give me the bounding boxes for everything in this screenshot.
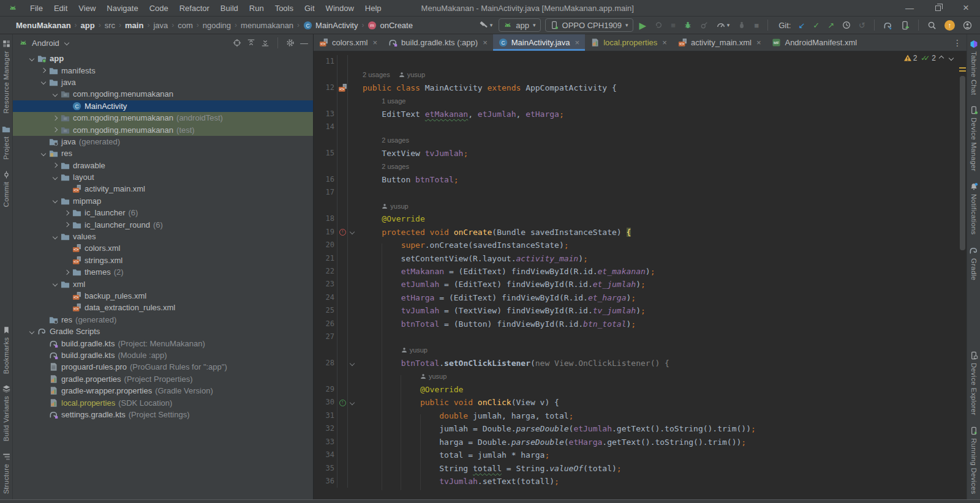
tree-item-com-ngoding-menumakanan[interactable]: com.ngoding.menumakanan(androidTest) xyxy=(13,112,313,124)
tree-item-res[interactable]: res(generated) xyxy=(13,314,313,326)
tree-item-settings-gradle-kts[interactable]: settings.gradle.kts(Project Settings) xyxy=(13,409,313,420)
breadcrumb-item-java[interactable]: java xyxy=(151,20,170,31)
tree-item-xml[interactable]: xml xyxy=(13,278,313,289)
apply-changes-button[interactable]: ≡ xyxy=(669,20,677,31)
git-history-button[interactable] xyxy=(840,20,853,31)
tree-item-ic-launcher[interactable]: ic_launcher(6) xyxy=(13,207,313,218)
tool-window-button-build-variants[interactable]: Build Variants xyxy=(0,379,12,447)
tree-item-manifests[interactable]: manifests xyxy=(13,64,313,76)
git-commit-button[interactable]: ✓ xyxy=(811,20,821,31)
chevron-down-icon[interactable] xyxy=(50,176,60,179)
tool-window-button-gradle[interactable]: Gradle xyxy=(967,240,980,286)
expand-all-button[interactable] xyxy=(247,39,255,47)
usages-hint[interactable]: 1 usage xyxy=(382,97,405,105)
tree-item-res[interactable]: res xyxy=(13,147,313,159)
profile-disabled-button[interactable] xyxy=(736,20,748,31)
tab-options-button[interactable]: ⋮ xyxy=(948,34,967,51)
tree-item-data-extraction-rules-xml[interactable]: <>data_extraction_rules.xml xyxy=(13,302,313,313)
tree-item-com-ngoding-menumakanan[interactable]: com.ngoding.menumakanan xyxy=(13,88,313,100)
breadcrumb-item-main[interactable]: main xyxy=(123,20,146,31)
locate-file-button[interactable] xyxy=(233,39,241,47)
tree-item-gradle-properties[interactable]: gradle.properties(Project Properties) xyxy=(13,373,313,385)
attach-debugger-button[interactable] xyxy=(698,20,710,31)
chevron-down-icon[interactable] xyxy=(50,282,60,286)
profiler-button[interactable]: ▾ xyxy=(715,20,732,31)
tree-item-activity-main-xml[interactable]: <>activity_main.xml xyxy=(13,183,313,195)
breadcrumb-item-com[interactable]: com xyxy=(175,20,195,31)
device-manager-button[interactable] xyxy=(899,20,911,31)
git-push-button[interactable]: ↗ xyxy=(826,20,836,31)
author-hint[interactable]: yusup xyxy=(420,373,447,380)
close-tab-icon[interactable]: × xyxy=(662,38,667,47)
tab-androidmanifest-xml[interactable]: MFAndroidManifest.xml xyxy=(766,34,862,51)
chevron-down-icon[interactable] xyxy=(50,235,60,239)
menu-refactor[interactable]: Refactor xyxy=(174,0,215,17)
code-editor[interactable]: 112 usagesyusup12<>public class MainActi… xyxy=(314,51,967,499)
fold-region-icon[interactable] xyxy=(350,400,355,405)
menu-file[interactable]: File xyxy=(24,0,48,17)
chevron-down-icon[interactable] xyxy=(38,80,48,84)
inlay-hint[interactable]: 2 usagesyusup xyxy=(356,71,425,78)
chevron-right-icon[interactable] xyxy=(50,128,60,132)
chevron-right-icon[interactable] xyxy=(61,211,72,215)
tree-item-local-properties[interactable]: local.properties(SDK Location) xyxy=(13,397,313,408)
tree-item-mipmap[interactable]: mipmap xyxy=(13,195,313,207)
menu-build[interactable]: Build xyxy=(215,0,244,17)
profile-avatar-button[interactable] xyxy=(961,20,974,31)
inlay-hint[interactable]: 2 usages xyxy=(375,136,409,144)
inlay-hint[interactable]: 2 usages xyxy=(375,163,409,170)
menu-navigate[interactable]: Navigate xyxy=(101,0,143,17)
collapse-all-button[interactable] xyxy=(261,39,270,47)
tree-item-mainactivity[interactable]: CMainActivity xyxy=(13,100,313,112)
device-select[interactable]: OPPO CPH1909 ▾ xyxy=(545,18,633,32)
fold-region-icon[interactable] xyxy=(350,229,355,234)
tool-window-button-notifications[interactable]: Notifications xyxy=(967,177,980,240)
tree-item-themes[interactable]: themes(2) xyxy=(13,266,313,278)
minimize-button[interactable]: — xyxy=(895,0,924,17)
chevron-right-icon[interactable] xyxy=(61,223,72,226)
tree-item-strings-xml[interactable]: <>strings.xml xyxy=(13,255,313,266)
project-view-select[interactable]: Android xyxy=(19,39,69,48)
author-hint[interactable]: yusup xyxy=(382,203,408,210)
chevron-right-icon[interactable] xyxy=(50,116,60,120)
upgrade-button[interactable]: ↑ xyxy=(943,19,957,32)
overriding-method-icon[interactable]: ↑ xyxy=(339,229,346,236)
chevron-down-icon[interactable] xyxy=(50,92,60,96)
chevron-down-icon[interactable] xyxy=(26,57,37,61)
inlay-hint[interactable]: 1 usage xyxy=(375,97,405,105)
tab-colors-xml[interactable]: <>colors.xml× xyxy=(314,34,383,51)
breadcrumb-item-menumakanan[interactable]: menumakanan xyxy=(238,20,296,31)
git-update-button[interactable]: ↙ xyxy=(796,20,807,31)
tool-window-button-running-devices[interactable]: Running Devices xyxy=(967,421,980,499)
close-tab-icon[interactable]: × xyxy=(756,38,761,47)
tool-window-button-resource-manager[interactable]: Resource Manager xyxy=(0,34,12,119)
git-rollback-button[interactable]: ↺ xyxy=(857,20,867,31)
chevron-down-icon[interactable] xyxy=(50,199,60,203)
hide-panel-button[interactable]: — xyxy=(300,39,308,48)
close-tab-icon[interactable]: × xyxy=(483,38,488,47)
breadcrumb-item-menumakanan[interactable]: MenuMakanan xyxy=(13,20,74,31)
gradle-sync-button[interactable] xyxy=(881,20,894,31)
tab-local-properties[interactable]: local.properties× xyxy=(585,34,673,51)
usages-hint[interactable]: 2 usages xyxy=(363,71,390,78)
tree-item-java[interactable]: java(generated) xyxy=(13,136,313,147)
debug-button[interactable] xyxy=(682,20,694,31)
chevron-right-icon[interactable] xyxy=(50,163,60,167)
tool-window-button-device-manager[interactable]: Device Manager xyxy=(967,100,980,177)
gear-icon[interactable] xyxy=(286,39,295,47)
tab-activity-main-xml[interactable]: <>activity_main.xml× xyxy=(673,34,767,51)
tool-window-button-project[interactable]: Project xyxy=(0,119,12,165)
next-problem-button[interactable] xyxy=(949,56,953,60)
tree-item-com-ngoding-menumakanan[interactable]: com.ngoding.menumakanan(test) xyxy=(13,124,313,135)
restore-button[interactable] xyxy=(924,0,952,17)
tool-window-button-commit[interactable]: Commit xyxy=(0,165,12,212)
author-hint[interactable]: yusup xyxy=(401,346,428,354)
menu-window[interactable]: Window xyxy=(320,0,360,17)
breadcrumb-item-oncreate[interactable]: monCreate xyxy=(365,20,415,31)
prev-problem-button[interactable] xyxy=(940,56,943,60)
breadcrumb-item-app[interactable]: app xyxy=(78,20,97,31)
tree-item-app[interactable]: app xyxy=(13,53,313,64)
menu-run[interactable]: Run xyxy=(244,0,270,17)
warnings-button[interactable]: 2 xyxy=(903,54,918,62)
tool-window-button-tabnine-chat[interactable]: Tabnine Chat xyxy=(967,34,980,100)
